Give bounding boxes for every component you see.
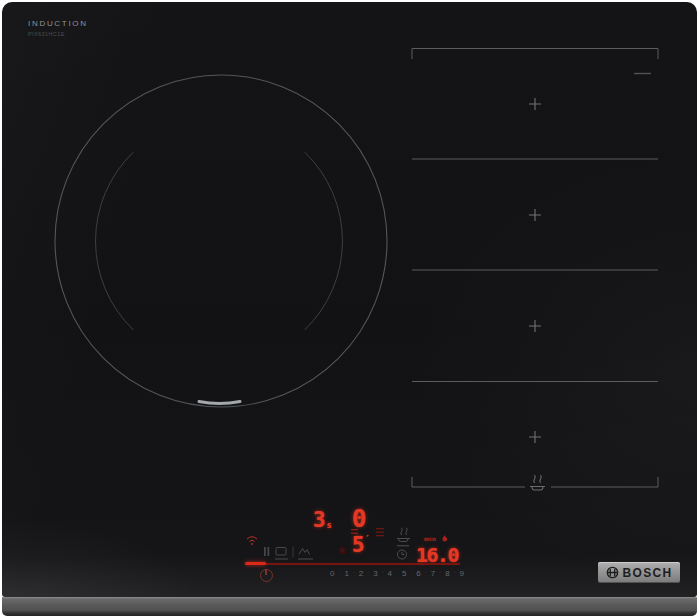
- cooktop-photo: INDUCTION PIX631HC1E: [0, 0, 699, 616]
- plus-mark-3: [529, 320, 541, 332]
- scale-number[interactable]: 1: [344, 569, 348, 578]
- flex-zone-top-bracket: [412, 49, 658, 60]
- left-zone-inner-arc-right: [305, 152, 343, 330]
- sparkle-icon: [339, 547, 346, 554]
- flame-icon: [442, 535, 447, 542]
- plus-mark-4: [529, 431, 541, 443]
- scale-number[interactable]: 4: [388, 569, 392, 578]
- scale-number[interactable]: 9: [460, 569, 464, 578]
- right-zone-level-display: 0: [352, 507, 366, 531]
- scale-number[interactable]: 3: [373, 569, 377, 578]
- scale-number[interactable]: 0: [330, 569, 334, 578]
- pan-steam-icon: [530, 475, 545, 490]
- scale-dot: ·: [425, 569, 427, 576]
- scale-dot: ·: [410, 569, 412, 576]
- left-zone-outer-ring: [55, 75, 387, 407]
- pan-steam-icon[interactable]: [397, 528, 410, 542]
- scale-number[interactable]: 6: [416, 569, 420, 578]
- front-trim: [2, 597, 697, 616]
- scale-number[interactable]: 7: [431, 569, 435, 578]
- control-divider: [293, 547, 294, 558]
- bosch-anchor-icon: [606, 566, 619, 579]
- timer-value-display: 16.0: [416, 545, 458, 565]
- power-slider-scale[interactable]: 0 · 1 · 2 · 3 · 4 · 5 · 6 · 7 · 8 · 9: [330, 569, 464, 578]
- scale-dot: ·: [439, 569, 441, 576]
- scale-dot: ·: [381, 569, 383, 576]
- flex-level-value: 5: [352, 533, 365, 557]
- timer-clock-icon[interactable]: [398, 550, 407, 559]
- timer-unit-label: min: [424, 536, 436, 542]
- power-slider-track[interactable]: [245, 563, 460, 565]
- scale-dot: ·: [396, 569, 398, 576]
- scale-dot: ·: [338, 569, 340, 576]
- left-zone-level-display: 3s: [313, 510, 330, 531]
- glass-markings: [0, 0, 699, 616]
- minus-mark[interactable]: [397, 545, 409, 546]
- scale-number[interactable]: 2: [359, 569, 363, 578]
- power-slider-active-segment[interactable]: [245, 562, 266, 565]
- scale-number[interactable]: 5: [402, 569, 406, 578]
- power-icon[interactable]: [260, 569, 273, 582]
- brand-wordmark: BOSCH: [623, 566, 673, 580]
- key-label-mark: [298, 558, 313, 560]
- wifi-icon: [247, 537, 257, 545]
- profile-boost-icon[interactable]: [299, 549, 310, 555]
- brand-plate: BOSCH: [598, 562, 680, 583]
- scale-number[interactable]: 8: [445, 569, 449, 578]
- flex-level-display: 5′: [352, 535, 370, 556]
- plus-mark-2: [529, 209, 541, 221]
- scale-dot: ·: [353, 569, 355, 576]
- left-zone-level-suffix: s: [327, 521, 332, 530]
- pause-icon[interactable]: [264, 547, 269, 556]
- menu-lines-icon: [376, 528, 384, 536]
- plus-mark-1: [529, 98, 541, 110]
- flex-level-tick: ′: [365, 534, 370, 544]
- scale-dot: ·: [367, 569, 369, 576]
- zone-select-icon[interactable]: [276, 548, 286, 556]
- left-zone-inner-arc-left: [96, 152, 134, 330]
- left-zone-level-value: 3: [313, 508, 326, 532]
- key-label-mark: [275, 558, 288, 560]
- scale-dot: ·: [453, 569, 455, 576]
- left-zone-position-mark: [199, 402, 240, 404]
